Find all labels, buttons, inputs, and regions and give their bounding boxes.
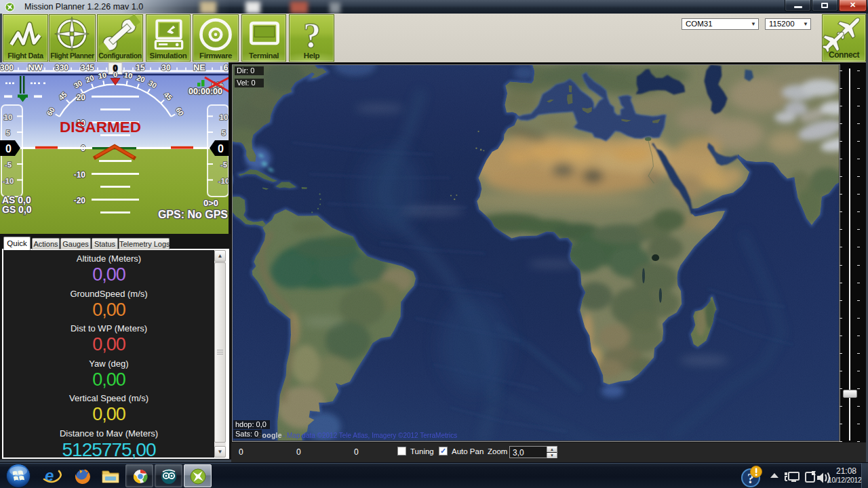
svg-text:?: ? [303,16,321,54]
svg-text:330: 330 [55,63,68,73]
svg-text:00:00:00: 00:00:00 [189,87,222,96]
svg-text:GS 0,0: GS 0,0 [2,204,32,215]
svg-text:DISARMED: DISARMED [60,119,141,136]
svg-text:20: 20 [77,93,86,102]
svg-text:0: 0 [113,70,117,79]
svg-text:NW: NW [28,62,43,73]
svg-text:-10: -10 [74,170,86,180]
svg-text:345: 345 [81,63,94,73]
svg-text:5: 5 [6,129,11,137]
svg-text:10: 10 [123,70,133,80]
svg-text:300: 300 [0,63,14,73]
svg-text:30: 30 [161,63,171,73]
svg-text:10: 10 [220,113,229,121]
svg-text:10: 10 [4,113,13,121]
svg-text:6: 6 [224,63,229,73]
svg-text:0: 0 [5,143,12,155]
svg-text:-20: -20 [74,196,86,205]
svg-text:15: 15 [136,63,145,73]
svg-text:-5: -5 [5,161,12,169]
svg-text:0: 0 [218,143,224,155]
svg-text:0>0: 0>0 [203,198,218,208]
svg-text:GPS: No GPS: GPS: No GPS [158,209,228,220]
svg-text:5: 5 [222,129,226,137]
svg-text:NE: NE [193,62,205,73]
svg-text:10: 10 [98,70,107,80]
svg-text:-5: -5 [220,161,228,169]
svg-text:-10: -10 [3,177,14,185]
svg-text:-10: -10 [218,177,230,185]
